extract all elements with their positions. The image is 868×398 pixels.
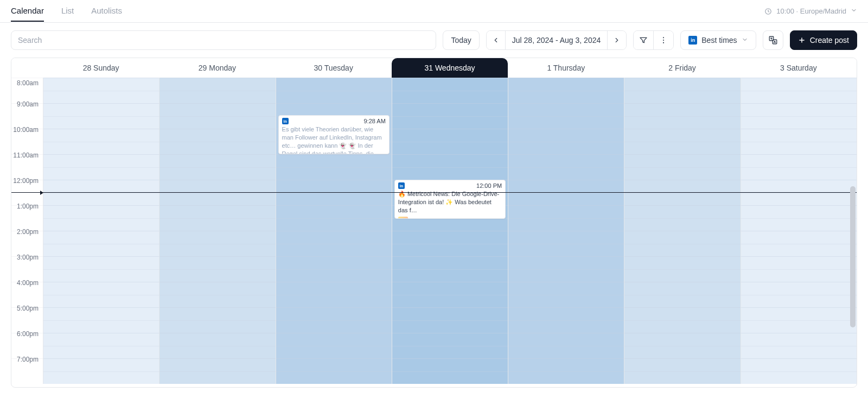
- calendar-cell[interactable]: [508, 256, 624, 282]
- calendar-cell[interactable]: [741, 333, 857, 358]
- calendar-cell[interactable]: [741, 282, 857, 307]
- calendar-cell[interactable]: [43, 231, 159, 256]
- date-range-label[interactable]: Jul 28, 2024 - Aug 3, 2024: [506, 31, 608, 49]
- calendar-cell[interactable]: [43, 358, 159, 384]
- calendar-cell[interactable]: [508, 154, 624, 180]
- calendar-cell[interactable]: [392, 78, 508, 103]
- calendar-cell[interactable]: [741, 78, 857, 103]
- calendar-cell[interactable]: [624, 256, 740, 282]
- day-col-tue[interactable]: in9:28 AMEs gibt viele Theorien darüber,…: [276, 78, 392, 384]
- calendar-cell[interactable]: [508, 103, 624, 129]
- calendar-cell[interactable]: [276, 256, 392, 282]
- calendar-cell[interactable]: [392, 282, 508, 307]
- day-header-fri[interactable]: 2 Friday: [624, 58, 740, 78]
- calendar-cell[interactable]: [508, 129, 624, 154]
- day-col-fri[interactable]: [624, 78, 740, 384]
- calendar-cell[interactable]: [43, 129, 159, 154]
- scrollbar-thumb[interactable]: [850, 186, 856, 327]
- calendar-cell[interactable]: [624, 154, 740, 180]
- filter-button[interactable]: [634, 31, 654, 49]
- calendar-cell[interactable]: [392, 307, 508, 333]
- calendar-cell[interactable]: [43, 205, 159, 231]
- calendar-cell[interactable]: [276, 282, 392, 307]
- calendar-cell[interactable]: [741, 154, 857, 180]
- calendar-cell[interactable]: [624, 78, 740, 103]
- scheduled-post[interactable]: in12:00 PM🔥 Metricool News: Die Google-D…: [394, 180, 506, 219]
- calendar-cell[interactable]: [508, 205, 624, 231]
- day-header-mon[interactable]: 29 Monday: [159, 58, 275, 78]
- calendar-cell[interactable]: [508, 231, 624, 256]
- calendar-cell[interactable]: [624, 205, 740, 231]
- calendar-cell[interactable]: [392, 358, 508, 384]
- day-header-sun[interactable]: 28 Sunday: [43, 58, 159, 78]
- calendar-cell[interactable]: [276, 307, 392, 333]
- prev-week-button[interactable]: [487, 31, 506, 49]
- calendar-cell[interactable]: [276, 358, 392, 384]
- calendar-cell[interactable]: [624, 282, 740, 307]
- calendar-cell[interactable]: [392, 103, 508, 129]
- best-times-button[interactable]: in Best times: [680, 30, 756, 50]
- calendar-cell[interactable]: [392, 129, 508, 154]
- calendar-cell[interactable]: [741, 129, 857, 154]
- day-col-thu[interactable]: [508, 78, 624, 384]
- calendar-cell[interactable]: [624, 307, 740, 333]
- today-button[interactable]: Today: [443, 30, 479, 50]
- calendar-cell[interactable]: [276, 78, 392, 103]
- calendar-cell[interactable]: [159, 333, 275, 358]
- calendar-cell[interactable]: [276, 333, 392, 358]
- calendar-cell[interactable]: [276, 154, 392, 180]
- calendar-cell[interactable]: [624, 358, 740, 384]
- calendar-cell[interactable]: [43, 180, 159, 205]
- calendar-cell[interactable]: [508, 333, 624, 358]
- calendar-cell[interactable]: [624, 129, 740, 154]
- calendar-cell[interactable]: [159, 78, 275, 103]
- calendar-cell[interactable]: [43, 307, 159, 333]
- day-col-mon[interactable]: [159, 78, 275, 384]
- day-col-sun[interactable]: [43, 78, 159, 384]
- create-post-button[interactable]: Create post: [790, 30, 857, 50]
- tab-autolists[interactable]: Autolists: [91, 1, 122, 22]
- calendar-cell[interactable]: [159, 103, 275, 129]
- calendar-cell[interactable]: [43, 78, 159, 103]
- calendar-cell[interactable]: [624, 333, 740, 358]
- scheduled-post[interactable]: in9:28 AMEs gibt viele Theorien darüber,…: [278, 115, 390, 154]
- calendar-cell[interactable]: [508, 358, 624, 384]
- calendar-cell[interactable]: [159, 256, 275, 282]
- calendar-scroll-area[interactable]: 8:00am9:00am10:00am11:00am12:00pm1:00pm2…: [11, 78, 857, 387]
- calendar-cell[interactable]: [392, 154, 508, 180]
- calendar-cell[interactable]: [159, 282, 275, 307]
- calendar-cell[interactable]: [624, 180, 740, 205]
- day-header-thu[interactable]: 1 Thursday: [508, 58, 624, 78]
- day-col-sat[interactable]: [741, 78, 857, 384]
- tab-calendar[interactable]: Calendar: [11, 1, 44, 22]
- calendar-cell[interactable]: [741, 103, 857, 129]
- calendar-cell[interactable]: [43, 333, 159, 358]
- calendar-cell[interactable]: [741, 358, 857, 384]
- calendar-cell[interactable]: [159, 358, 275, 384]
- calendar-cell[interactable]: [159, 154, 275, 180]
- calendar-cell[interactable]: [508, 180, 624, 205]
- calendar-cell[interactable]: [624, 103, 740, 129]
- calendar-cell[interactable]: [159, 231, 275, 256]
- search-input[interactable]: [11, 30, 436, 50]
- calendar-cell[interactable]: [508, 78, 624, 103]
- calendar-cell[interactable]: [276, 205, 392, 231]
- calendar-cell[interactable]: [159, 205, 275, 231]
- calendar-cell[interactable]: [741, 307, 857, 333]
- calendar-cell[interactable]: [392, 333, 508, 358]
- calendar-cell[interactable]: [741, 180, 857, 205]
- translate-button[interactable]: [763, 30, 783, 50]
- calendar-cell[interactable]: [276, 180, 392, 205]
- next-week-button[interactable]: [608, 31, 626, 49]
- calendar-cell[interactable]: [159, 129, 275, 154]
- date-range-picker[interactable]: Jul 28, 2024 - Aug 3, 2024: [486, 30, 627, 50]
- calendar-cell[interactable]: [508, 307, 624, 333]
- calendar-cell[interactable]: [43, 154, 159, 180]
- calendar-cell[interactable]: [392, 231, 508, 256]
- day-col-wed[interactable]: in12:00 PM🔥 Metricool News: Die Google-D…: [392, 78, 508, 384]
- day-header-wed[interactable]: 31 Wednesday: [392, 58, 508, 78]
- tab-list[interactable]: List: [61, 1, 74, 22]
- calendar-cell[interactable]: [741, 205, 857, 231]
- calendar-cell[interactable]: [159, 307, 275, 333]
- calendar-cell[interactable]: [43, 256, 159, 282]
